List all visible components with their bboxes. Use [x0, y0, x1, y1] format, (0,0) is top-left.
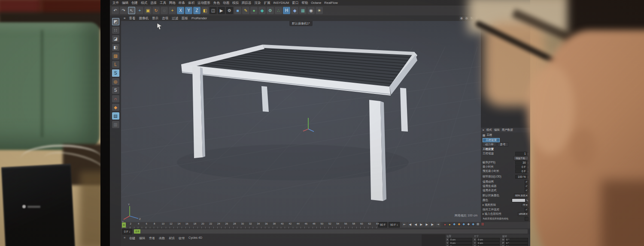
- view-clipping-dropdown[interactable]: 中 ▾: [522, 203, 529, 207]
- linear-workflow-checkbox[interactable]: ✓: [525, 208, 529, 212]
- menu-item[interactable]: 模拟: [232, 1, 239, 5]
- texture-mode-icon[interactable]: ▨: [112, 52, 119, 60]
- enable-axis-icon[interactable]: L: [112, 61, 119, 68]
- keyframe-presets-button[interactable]: ▦: [476, 222, 480, 226]
- viewport-camera-label[interactable]: 默认摄像机1*: [289, 21, 313, 26]
- min-time-field[interactable]: 0 F: [515, 165, 527, 169]
- record-rotation-toggle[interactable]: ◆: [462, 222, 466, 226]
- light-icon[interactable]: ☀: [316, 7, 323, 14]
- attribute-tab[interactable]: 参考: [498, 142, 508, 147]
- autokeying-button[interactable]: ●: [447, 222, 452, 226]
- record-keyframe-button[interactable]: ●: [443, 222, 447, 226]
- snap-settings-icon[interactable]: S: [112, 87, 119, 94]
- spinner-icon[interactable]: ↕: [528, 153, 529, 155]
- lod-field[interactable]: 100 %: [515, 175, 527, 179]
- use-expressions-checkbox[interactable]: ✓: [525, 189, 529, 192]
- magnet-snap-icon[interactable]: ∩: [112, 95, 119, 102]
- cube-primitive-icon[interactable]: ■: [234, 7, 241, 14]
- material-menu-item[interactable]: Cycles 4D: [188, 236, 202, 240]
- point-mode-icon[interactable]: ∷: [112, 27, 119, 34]
- menu-item[interactable]: RealFlow: [324, 1, 337, 5]
- position-field[interactable]: 0 cm: [449, 241, 472, 245]
- position-header[interactable]: 位置: [447, 235, 472, 238]
- enable-snap-icon[interactable]: S: [112, 69, 119, 77]
- menu-item[interactable]: 窗口: [292, 1, 298, 5]
- rotation-field[interactable]: 0 °: [505, 241, 528, 245]
- perspective-viewport[interactable]: Y X Z 默认摄像机1* 网格视距 100 cm: [121, 21, 481, 222]
- make-editable-icon[interactable]: ◩: [112, 18, 119, 25]
- powerslider-chip[interactable]: 0 F: [134, 229, 140, 234]
- lock-y-axis-icon[interactable]: Y: [185, 7, 192, 14]
- bake-profile-checkbox[interactable]: [525, 217, 529, 221]
- floor-icon[interactable]: ▦: [299, 7, 307, 14]
- last-tool-icon[interactable]: ◌: [161, 7, 168, 14]
- input-profile-dropdown[interactable]: sRGB ▾: [518, 212, 529, 216]
- menu-item[interactable]: 扩展: [264, 1, 270, 5]
- viewport-menu-item[interactable]: 显示: [152, 16, 158, 21]
- material-menu-item[interactable]: 编辑: [139, 236, 145, 240]
- menu-item[interactable]: 文件: [112, 1, 119, 5]
- goto-start-button[interactable]: ⇤: [402, 222, 407, 227]
- next-key-button[interactable]: ▶: [430, 222, 435, 227]
- render-marker-button[interactable]: ▥: [480, 222, 485, 226]
- powerslider[interactable]: 0 F: [134, 229, 528, 234]
- menu-item[interactable]: 网格: [169, 1, 176, 5]
- menu-item[interactable]: 运动图形: [197, 1, 210, 5]
- next-frame-button[interactable]: ▶: [424, 222, 429, 227]
- menu-item[interactable]: 创建: [131, 1, 138, 5]
- workplane-icon[interactable]: ◆: [112, 104, 119, 111]
- simulate-icon[interactable]: ◆: [291, 7, 298, 14]
- menu-item[interactable]: 体积: [188, 1, 194, 5]
- goto-end-button[interactable]: ⇥: [435, 222, 440, 227]
- size-field[interactable]: 0 cm: [477, 241, 500, 245]
- lock-workplane-icon[interactable]: ▥: [112, 121, 119, 128]
- material-burger-icon[interactable]: ≡: [124, 236, 125, 239]
- attribute-menu-item[interactable]: 编辑: [494, 128, 500, 132]
- material-menu-item[interactable]: 查看: [149, 236, 155, 240]
- current-frame-field[interactable]: 0 F ↕: [122, 229, 132, 234]
- prev-key-button[interactable]: ◀: [407, 222, 413, 227]
- attribute-menu-item[interactable]: 用户数据: [502, 128, 513, 132]
- color-swatch[interactable]: [512, 198, 526, 202]
- menu-item[interactable]: Octane: [311, 1, 321, 5]
- menu-item[interactable]: 样条: [179, 1, 185, 5]
- deformer-icon[interactable]: H: [283, 7, 290, 14]
- scale-project-button[interactable]: 缩放工程..: [513, 156, 529, 160]
- render-view-icon[interactable]: ◫: [210, 7, 217, 14]
- menu-item[interactable]: 跟踪器: [242, 1, 252, 5]
- record-parameter-toggle[interactable]: ◆: [466, 222, 471, 226]
- viewport-menu-item[interactable]: 面板: [182, 16, 188, 21]
- menu-item[interactable]: 模式: [141, 1, 147, 5]
- viewport-menu-item[interactable]: 过滤: [172, 16, 178, 21]
- undo-icon[interactable]: ↶: [112, 7, 119, 14]
- rotation-header[interactable]: 旋转: [502, 235, 528, 238]
- render-settings-icon[interactable]: ⚙: [226, 7, 233, 14]
- lock-x-axis-icon[interactable]: X: [177, 7, 184, 14]
- spinner-icon[interactable]: ↕: [528, 162, 529, 164]
- sphere-primitive-icon[interactable]: ●: [250, 7, 258, 14]
- volume-icon[interactable]: ◆: [258, 7, 266, 14]
- modeling-settings-icon[interactable]: ◎: [112, 78, 119, 85]
- viewport-menu-item[interactable]: 选项: [162, 16, 168, 21]
- spinner-icon[interactable]: ↕: [528, 166, 529, 168]
- lock-z-axis-icon[interactable]: Z: [193, 7, 200, 14]
- move-tool-icon[interactable]: +: [136, 7, 143, 14]
- scale-tool-icon[interactable]: ▣: [144, 7, 152, 14]
- camera-icon[interactable]: ◉: [307, 7, 315, 14]
- menu-item[interactable]: 工具: [160, 1, 166, 5]
- live-selection-icon[interactable]: ↖: [128, 7, 135, 14]
- menu-item[interactable]: 编辑: [122, 1, 128, 5]
- redo-icon[interactable]: ↷: [120, 7, 127, 14]
- render-picture-viewer-icon[interactable]: ▶: [218, 7, 225, 14]
- rotate-tool-icon[interactable]: ↻: [152, 7, 160, 14]
- menu-item[interactable]: 动画: [223, 1, 229, 5]
- viewport-menu-item[interactable]: 查看: [129, 16, 135, 21]
- timeline-ruler[interactable]: 0 02468101214161820222426283032343638404…: [121, 222, 530, 228]
- prev-frame-button[interactable]: ◀: [413, 222, 418, 227]
- coordinate-system-icon[interactable]: ◧: [201, 7, 209, 14]
- spinner-icon[interactable]: ↕: [528, 170, 529, 173]
- spline-pen-icon[interactable]: ✎: [242, 7, 249, 14]
- mograph-icon[interactable]: ∴: [275, 7, 282, 14]
- project-scale-field[interactable]: 1: [515, 152, 527, 156]
- use-generators-checkbox[interactable]: ✓: [525, 184, 529, 188]
